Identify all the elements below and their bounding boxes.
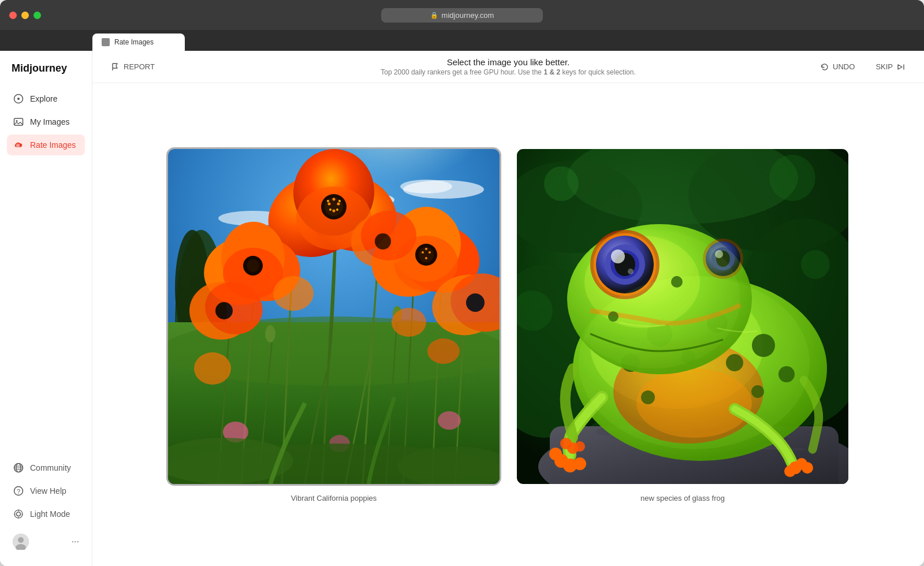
toolbar-title: Select the image you like better.	[447, 57, 570, 67]
svg-point-146	[573, 457, 586, 470]
svg-point-19	[18, 537, 24, 543]
undo-button[interactable]: UNDO	[815, 59, 859, 75]
undo-icon	[820, 62, 829, 72]
toolbar-right: UNDO SKIP	[818, 59, 910, 75]
undo-label: UNDO	[833, 62, 855, 71]
svg-point-154	[575, 441, 585, 452]
url-text: midjourney.com	[442, 11, 494, 20]
sidebar-item-explore-label: Explore	[30, 94, 57, 103]
report-label: REPORT	[124, 62, 155, 71]
sidebar: Midjourney Explore	[0, 51, 92, 566]
lock-icon: 🔒	[430, 12, 438, 19]
image-card-right[interactable]: new species of glass frog	[515, 147, 850, 502]
sidebar-nav: Explore My Images	[0, 88, 92, 457]
app-window: 🔒 midjourney.com Rate Images Midjourney	[0, 0, 924, 566]
svg-point-74	[247, 259, 259, 272]
svg-point-80	[466, 293, 485, 312]
fullscreen-button[interactable]	[33, 12, 41, 19]
svg-point-4	[16, 120, 18, 122]
svg-point-151	[784, 466, 796, 477]
skip-icon	[896, 62, 906, 72]
svg-point-52	[337, 202, 340, 205]
help-icon: ?	[13, 485, 24, 497]
svg-point-102	[801, 250, 830, 279]
svg-point-101	[769, 155, 815, 201]
user-row[interactable]: ···	[7, 529, 85, 554]
svg-point-12	[17, 512, 21, 516]
address-bar-container: 🔒 midjourney.com	[381, 8, 543, 23]
app-body: Midjourney Explore	[0, 51, 924, 566]
poppies-image	[168, 149, 500, 484]
sidebar-item-rate-images[interactable]: Rate Images	[7, 135, 85, 155]
svg-point-54	[333, 209, 336, 212]
sidebar-item-community[interactable]: Community	[7, 457, 85, 478]
light-mode-icon	[13, 508, 24, 520]
svg-point-86	[427, 338, 460, 364]
skip-button[interactable]: SKIP	[871, 59, 910, 75]
svg-point-89	[438, 411, 461, 430]
subtitle-prefix: Top 2000 daily rankers get a free GPU ho…	[381, 68, 543, 76]
svg-point-100	[544, 166, 579, 201]
toolbar-center: Select the image you like better. Top 20…	[199, 57, 818, 76]
svg-point-56	[336, 208, 338, 211]
minimize-button[interactable]	[21, 12, 29, 19]
sidebar-bottom: Community ? View Help	[0, 457, 92, 554]
toolbar-left: REPORT	[106, 59, 199, 75]
svg-point-85	[392, 308, 426, 337]
rate-images-icon	[13, 139, 24, 151]
sidebar-item-my-images[interactable]: My Images	[7, 111, 85, 132]
tab-label: Rate Images	[114, 38, 154, 46]
svg-point-55	[329, 208, 331, 211]
image-wrapper-right[interactable]	[515, 147, 850, 486]
svg-text:?: ?	[17, 488, 20, 495]
subtitle-keys: 1 & 2	[543, 68, 560, 76]
svg-point-82	[361, 211, 416, 260]
logo: Midjourney	[0, 62, 92, 88]
svg-point-65	[422, 251, 424, 254]
svg-point-83	[375, 233, 391, 250]
rate-images-tab[interactable]: Rate Images	[92, 33, 185, 51]
svg-point-87	[194, 352, 231, 385]
image-card-left[interactable]: Vibrant California poppies	[166, 147, 501, 502]
sidebar-item-my-images-label: My Images	[30, 117, 69, 126]
svg-point-51	[328, 202, 331, 205]
svg-rect-0	[103, 39, 109, 45]
svg-point-84	[273, 276, 314, 311]
sidebar-item-explore[interactable]: Explore	[7, 88, 85, 109]
svg-point-43	[265, 325, 275, 342]
toolbar: REPORT Select the image you like better.…	[92, 51, 924, 83]
tab-strip: Rate Images	[0, 30, 924, 51]
skip-label: SKIP	[875, 62, 893, 71]
svg-point-28	[400, 180, 452, 193]
svg-point-13	[14, 510, 23, 518]
svg-point-67	[425, 248, 427, 250]
frog-image	[517, 149, 848, 484]
svg-point-156	[567, 230, 740, 368]
report-button[interactable]: REPORT	[106, 59, 159, 75]
user-avatar	[13, 534, 29, 550]
svg-point-147	[549, 448, 562, 460]
community-icon	[13, 462, 24, 474]
titlebar: 🔒 midjourney.com	[0, 0, 924, 30]
user-more-icon: ···	[72, 537, 79, 547]
community-label: Community	[30, 463, 71, 472]
svg-point-150	[802, 462, 813, 474]
toolbar-subtitle: Top 2000 daily rankers get a free GPU ho…	[381, 68, 636, 76]
sidebar-item-rate-images-label: Rate Images	[30, 140, 76, 150]
view-help-label: View Help	[30, 486, 66, 496]
image-caption-right: new species of glass frog	[640, 494, 725, 502]
close-button[interactable]	[9, 12, 17, 19]
svg-point-58	[338, 200, 341, 202]
light-mode-label: Light Mode	[30, 509, 70, 519]
svg-point-57	[327, 200, 329, 202]
svg-point-77	[215, 302, 233, 319]
svg-point-53	[333, 198, 336, 200]
sidebar-item-view-help[interactable]: ? View Help	[7, 481, 85, 501]
subtitle-suffix: keys for quick selection.	[560, 68, 636, 76]
sidebar-item-light-mode[interactable]: Light Mode	[7, 504, 85, 524]
main-content: REPORT Select the image you like better.…	[92, 51, 924, 566]
my-images-icon	[13, 116, 24, 128]
tab-favicon	[102, 38, 110, 46]
address-bar[interactable]: 🔒 midjourney.com	[381, 8, 543, 23]
image-wrapper-left[interactable]	[166, 147, 501, 486]
